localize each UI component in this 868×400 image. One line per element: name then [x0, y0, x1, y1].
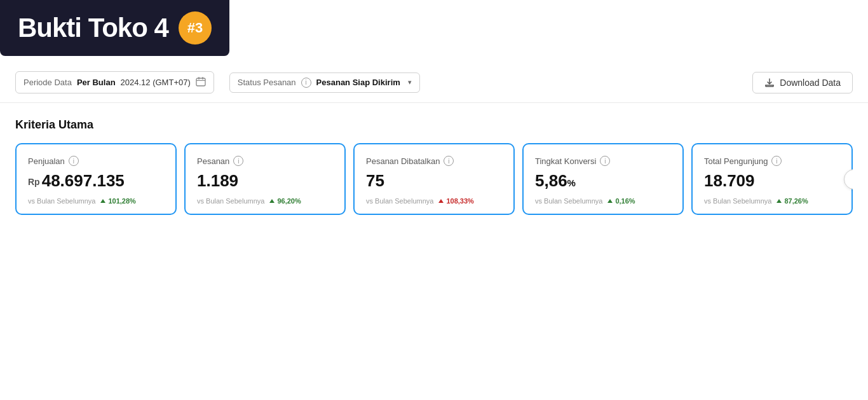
- metric-card-3: Tingkat Konversi i 5,86% vs Bulan Sebelu…: [522, 143, 684, 215]
- calendar-icon[interactable]: [196, 76, 206, 88]
- status-value: Pesanan Siap Dikirim: [316, 78, 400, 87]
- change-value: 0,16%: [615, 197, 635, 205]
- comparison-label: vs Bulan Sebelumnya: [704, 197, 771, 205]
- date-value: 2024.12 (GMT+07): [121, 78, 191, 87]
- card-value: Rp48.697.135: [28, 171, 164, 191]
- card-comparison: vs Bulan Sebelumnya 108,33%: [366, 197, 502, 205]
- change-value: 96,20%: [277, 197, 301, 205]
- card-value: 75: [366, 171, 502, 191]
- main-content: Kriteria Utama Penjualan i Rp48.697.135 …: [0, 103, 868, 230]
- change-arrow-icon: [269, 199, 275, 203]
- status-label: Status Pesanan: [238, 78, 296, 87]
- change-indicator: 87,26%: [776, 197, 808, 205]
- badge-number: #3: [179, 11, 212, 45]
- card-info-icon: i: [444, 156, 454, 166]
- card-title: Total Pengunjung: [704, 156, 768, 166]
- change-indicator: 0,16%: [607, 197, 635, 205]
- card-comparison: vs Bulan Sebelumnya 87,26%: [704, 197, 840, 205]
- card-value: 5,86%: [535, 171, 671, 191]
- card-comparison: vs Bulan Sebelumnya 0,16%: [535, 197, 671, 205]
- filter-bar: Periode Data Per Bulan 2024.12 (GMT+07) …: [0, 62, 868, 103]
- metrics-cards-row: Penjualan i Rp48.697.135 vs Bulan Sebelu…: [15, 143, 853, 215]
- card-title: Pesanan: [197, 156, 229, 166]
- change-arrow-icon: [776, 199, 782, 203]
- change-value: 108,33%: [446, 197, 473, 205]
- comparison-label: vs Bulan Sebelumnya: [28, 197, 95, 205]
- status-filter-group[interactable]: Status Pesanan i Pesanan Siap Dikirim ▾: [229, 72, 420, 93]
- change-arrow-icon: [607, 199, 613, 203]
- per-bulan-label: Per Bulan: [77, 78, 116, 87]
- download-label: Download Data: [780, 78, 841, 88]
- metric-card-2: Pesanan Dibatalkan i 75 vs Bulan Sebelum…: [353, 143, 515, 215]
- card-value-number: 18.709: [704, 171, 755, 190]
- comparison-label: vs Bulan Sebelumnya: [366, 197, 433, 205]
- periode-filter-group[interactable]: Periode Data Per Bulan 2024.12 (GMT+07): [15, 71, 214, 93]
- card-comparison: vs Bulan Sebelumnya 96,20%: [197, 197, 333, 205]
- card-title-row: Pesanan Dibatalkan i: [366, 156, 502, 166]
- card-title-row: Total Pengunjung i: [704, 156, 840, 166]
- card-title: Pesanan Dibatalkan: [366, 156, 440, 166]
- app-header: Bukti Toko 4 #3: [0, 0, 229, 56]
- cards-wrapper: Penjualan i Rp48.697.135 vs Bulan Sebelu…: [15, 143, 853, 215]
- card-value-number: 48.697.135: [42, 171, 125, 190]
- change-indicator: 101,28%: [100, 197, 135, 205]
- periode-label: Periode Data: [24, 78, 72, 87]
- comparison-label: vs Bulan Sebelumnya: [197, 197, 264, 205]
- card-title-row: Penjualan i: [28, 156, 164, 166]
- change-arrow-icon: [100, 199, 105, 203]
- card-value-number: 5,86: [535, 171, 567, 190]
- card-comparison: vs Bulan Sebelumnya 101,28%: [28, 197, 164, 205]
- change-indicator: 108,33%: [438, 197, 473, 205]
- card-title: Penjualan: [28, 156, 65, 166]
- metric-card-0: Penjualan i Rp48.697.135 vs Bulan Sebelu…: [15, 143, 177, 215]
- card-info-icon: i: [233, 156, 243, 166]
- card-title: Tingkat Konversi: [535, 156, 596, 166]
- change-arrow-icon: [438, 199, 444, 203]
- card-info-icon: i: [600, 156, 610, 166]
- card-info-icon: i: [69, 156, 79, 166]
- card-value-number: 1.189: [197, 171, 238, 190]
- status-info-icon: i: [301, 78, 311, 88]
- filter-left: Periode Data Per Bulan 2024.12 (GMT+07) …: [15, 71, 420, 93]
- card-suffix: %: [567, 177, 576, 188]
- card-prefix: Rp: [28, 177, 40, 187]
- card-title-row: Tingkat Konversi i: [535, 156, 671, 166]
- change-value: 87,26%: [784, 197, 808, 205]
- card-info-icon: i: [771, 156, 782, 166]
- section-title: Kriteria Utama: [15, 118, 853, 132]
- card-title-row: Pesanan i: [197, 156, 333, 166]
- download-icon: [764, 78, 775, 88]
- card-value: 1.189: [197, 171, 333, 191]
- change-indicator: 96,20%: [269, 197, 301, 205]
- card-value-number: 75: [366, 171, 384, 190]
- comparison-label: vs Bulan Sebelumnya: [535, 197, 602, 205]
- card-value: 18.709: [704, 171, 840, 191]
- dropdown-arrow-icon: ▾: [408, 78, 412, 86]
- metric-card-4: Total Pengunjung i 18.709 vs Bulan Sebel…: [691, 143, 853, 215]
- metric-card-1: Pesanan i 1.189 vs Bulan Sebelumnya 96,2…: [184, 143, 346, 215]
- change-value: 101,28%: [108, 197, 135, 205]
- logo-text: Bukti Toko 4: [18, 13, 168, 43]
- download-button[interactable]: Download Data: [752, 72, 853, 93]
- svg-rect-0: [196, 78, 205, 86]
